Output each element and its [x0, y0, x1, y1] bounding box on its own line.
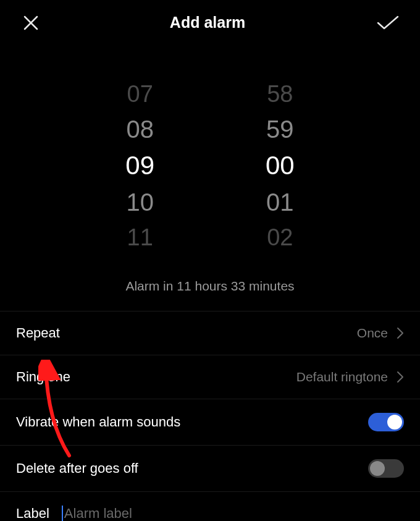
alarm-countdown: Alarm in 11 hours 33 minutes [0, 279, 420, 294]
hour-option[interactable]: 07 [127, 82, 153, 106]
alarm-label-input[interactable] [64, 506, 404, 521]
hour-option[interactable]: 10 [126, 190, 154, 214]
minute-option[interactable]: 58 [267, 82, 293, 106]
header: Add alarm [0, 0, 420, 45]
time-picker[interactable]: 07 08 09 10 11 58 59 00 01 02 [0, 82, 420, 249]
page-title: Add alarm [170, 14, 245, 32]
vibrate-row: Vibrate when alarm sounds [0, 399, 420, 446]
label-field-label: Label [16, 506, 49, 521]
chevron-right-icon [397, 327, 404, 339]
ringtone-label: Ringtone [16, 369, 70, 385]
hour-column[interactable]: 07 08 09 10 11 [125, 82, 154, 249]
delete-after-label: Delete after goes off [16, 460, 138, 477]
delete-after-toggle[interactable] [368, 459, 404, 478]
ringtone-value: Default ringtone [296, 370, 388, 384]
close-button[interactable] [22, 14, 40, 32]
hour-selected[interactable]: 09 [125, 153, 154, 179]
vibrate-toggle[interactable] [368, 413, 404, 431]
minute-column[interactable]: 58 59 00 01 02 [266, 82, 295, 249]
repeat-row[interactable]: Repeat Once [0, 311, 420, 355]
label-row: Label [0, 492, 420, 521]
delete-after-row: Delete after goes off [0, 446, 420, 492]
minute-option[interactable]: 02 [267, 226, 293, 249]
settings-list: Repeat Once Ringtone Default ringtone Vi… [0, 311, 420, 521]
minute-option[interactable]: 01 [266, 190, 294, 214]
ringtone-row[interactable]: Ringtone Default ringtone [0, 355, 420, 399]
minute-selected[interactable]: 00 [266, 153, 295, 179]
repeat-value: Once [357, 326, 388, 341]
repeat-label: Repeat [16, 325, 60, 341]
check-icon [376, 14, 400, 32]
vibrate-label: Vibrate when alarm sounds [16, 414, 180, 430]
hour-option[interactable]: 11 [127, 226, 153, 249]
text-cursor [62, 506, 63, 521]
chevron-right-icon [397, 371, 404, 383]
hour-option[interactable]: 08 [126, 117, 154, 142]
confirm-button[interactable] [376, 14, 400, 32]
minute-option[interactable]: 59 [266, 117, 294, 142]
close-icon [22, 14, 40, 32]
